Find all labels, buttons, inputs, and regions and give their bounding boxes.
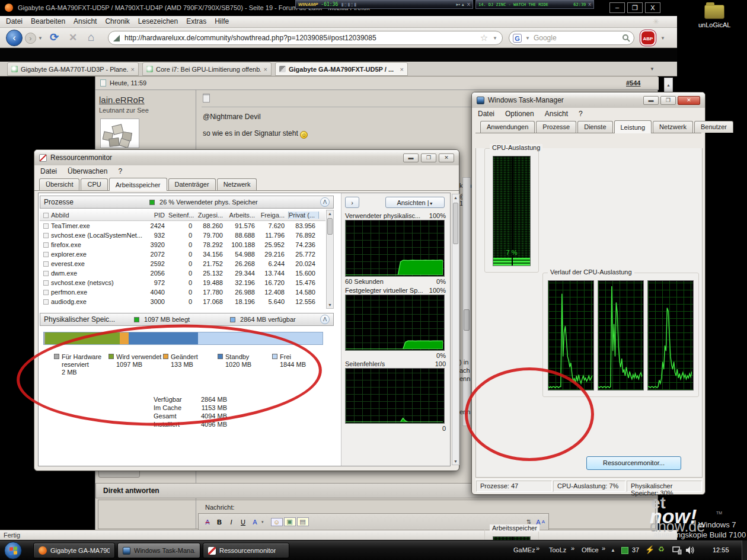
table-row[interactable]: dwm.exe 2056 0 25.132 29.344 13.744 15.6… xyxy=(40,268,325,278)
tool带bar-gamez[interactable]: GaMEz xyxy=(513,546,535,553)
col-privat[interactable]: Privat (... xyxy=(288,212,319,219)
row-checkbox[interactable] xyxy=(43,233,49,238)
tray-network-icon[interactable] xyxy=(672,546,682,555)
page-scrollbar-strip[interactable] xyxy=(462,177,471,426)
chevron-icon[interactable]: » xyxy=(602,545,605,552)
search-box[interactable]: G ▼ Google xyxy=(509,31,634,45)
col-seitenf[interactable]: Seitenf... xyxy=(168,212,196,219)
italic-icon[interactable]: I xyxy=(226,519,237,526)
taskman-menu-help[interactable]: ? xyxy=(579,110,583,118)
resmon-menu-help[interactable]: ? xyxy=(118,167,122,175)
select-all-checkbox[interactable] xyxy=(43,213,49,218)
table-row[interactable]: TeaTimer.exe 2424 0 88.260 91.576 7.620 … xyxy=(40,221,325,231)
url-dropdown-caret-icon[interactable]: ▼ xyxy=(493,36,497,41)
tab-anwendungen[interactable]: Anwendungen xyxy=(480,121,535,133)
tray-cpu-meter-icon[interactable] xyxy=(621,547,628,554)
col-arbeitssatz[interactable]: Arbeits... xyxy=(226,212,258,219)
desktop-icon-unlogical[interactable]: unLoGicAL xyxy=(698,5,730,28)
toolbar-toolz[interactable]: TooLz xyxy=(549,546,566,553)
tab-uebersicht[interactable]: Übersicht xyxy=(39,178,79,190)
post-author-link[interactable]: lain.eRRoR xyxy=(99,95,145,105)
show-desktop-button[interactable] xyxy=(742,540,747,560)
taskman-menu-datei[interactable]: Datei xyxy=(478,110,494,118)
chevron-icon[interactable]: » xyxy=(571,545,574,552)
close-button[interactable]: X xyxy=(645,2,660,13)
memory-collapse-chevron-icon[interactable]: ᐱ xyxy=(320,315,330,324)
menu-hilfe[interactable]: Hilfe xyxy=(215,17,229,25)
forward-button[interactable]: › xyxy=(25,33,36,44)
font-size-small-icon[interactable]: A xyxy=(542,519,545,524)
row-checkbox[interactable] xyxy=(43,271,49,276)
avatar[interactable] xyxy=(100,119,139,148)
tab-3-active[interactable]: Gigabyte GA-MA790FXT-UD5P / ... × xyxy=(275,62,408,76)
collapse-chevron-icon[interactable]: ᐱ xyxy=(320,197,330,207)
winamp-controls-icon[interactable]: ▸▪ ▴ xyxy=(456,2,464,7)
taskman-titlebar[interactable]: Windows Task-Manager ▬ ❐ ✕ xyxy=(472,92,705,108)
tray-lightning-icon[interactable]: ⚡ xyxy=(645,545,655,554)
url-text[interactable]: http://hardwareluxx.de/community/showthr… xyxy=(124,34,475,42)
table-row[interactable]: explorer.exe 2072 0 34.156 54.988 29.216… xyxy=(40,249,325,259)
table-row[interactable]: audiodg.exe 3000 0 17.068 18.196 5.640 1… xyxy=(40,297,325,306)
clock[interactable]: 12:55 xyxy=(713,546,729,553)
tab-1-close-icon[interactable]: × xyxy=(131,66,135,73)
back-button[interactable]: ‹ xyxy=(6,30,23,46)
tab-arbeitsspeicher[interactable]: Arbeitsspeicher xyxy=(109,178,167,191)
stop-button[interactable]: ✕ xyxy=(69,31,77,44)
tray-expand-icon[interactable]: ▲ xyxy=(611,548,615,553)
resmon-menu-ueberwachen[interactable]: Überwachen xyxy=(68,167,107,175)
post-number[interactable]: #544 xyxy=(626,79,640,87)
row-checkbox[interactable] xyxy=(43,290,49,295)
row-checkbox[interactable] xyxy=(43,299,49,305)
menu-datei[interactable]: Datei xyxy=(6,17,23,25)
start-button[interactable] xyxy=(4,542,22,559)
row-checkbox[interactable] xyxy=(43,242,49,248)
tray-number[interactable]: 37 xyxy=(632,546,639,553)
toolbar-office[interactable]: Office xyxy=(582,546,599,553)
tab-datentraeger[interactable]: Datenträger xyxy=(168,178,216,190)
chevron-icon[interactable]: » xyxy=(536,545,540,552)
winamp-playlist-close-icon[interactable]: X xyxy=(588,2,591,7)
menu-ansicht[interactable]: Ansicht xyxy=(74,17,97,25)
insert-image-icon[interactable]: ▣ xyxy=(284,517,296,526)
row-checkbox[interactable] xyxy=(43,280,49,286)
home-button[interactable]: ⌂ xyxy=(88,31,94,44)
site-identity-icon[interactable] xyxy=(113,35,120,41)
tray-volume-icon[interactable] xyxy=(685,546,695,555)
winamp-playlist-bar[interactable]: 14. DJ ZINC - WATCH THE RIDE 62:39 X xyxy=(475,0,594,9)
reload-button[interactable]: ⟳ xyxy=(50,31,59,44)
tab-1[interactable]: Gigabyte GA-MA770T-UD3P - Plane... × xyxy=(7,62,139,76)
insert-video-icon[interactable]: ▤ xyxy=(297,517,309,526)
row-checkbox[interactable] xyxy=(43,252,49,257)
table-row[interactable]: svchost.exe (LocalSystemNet... 932 0 79.… xyxy=(40,231,325,240)
col-pid[interactable]: PID xyxy=(145,212,168,219)
col-freigabe[interactable]: Freiga... xyxy=(258,212,288,219)
tab-benutzer[interactable]: Benutzer xyxy=(694,121,733,133)
tab-leistung[interactable]: Leistung xyxy=(614,120,652,133)
bold-icon[interactable]: B xyxy=(214,519,225,526)
processes-section-header[interactable]: Prozesse 26 % Verwendeter phys. Speicher… xyxy=(40,196,334,209)
table-row[interactable]: svchost.exe (netsvcs) 972 0 19.488 32.19… xyxy=(40,278,325,287)
tray-updater-icon[interactable]: ♻ xyxy=(658,545,665,553)
tab-prozesse[interactable]: Prozesse xyxy=(536,121,576,133)
taskman-minimize-button[interactable]: ▬ xyxy=(643,96,659,105)
resmon-minimize-button[interactable]: ▬ xyxy=(403,153,419,162)
tab-3-close-icon[interactable]: × xyxy=(400,66,404,73)
row-checkbox[interactable] xyxy=(43,309,49,309)
menu-bearbeiten[interactable]: Bearbeiten xyxy=(31,17,65,25)
remove-format-icon[interactable]: A xyxy=(202,519,213,526)
main-scrollbar-up[interactable]: ▲ xyxy=(664,78,673,93)
tab-2-close-icon[interactable]: × xyxy=(264,66,267,73)
table-row[interactable]: perfmon.exe 4040 0 17.780 26.988 12.408 … xyxy=(40,287,325,297)
winamp-close-icon[interactable]: X xyxy=(467,2,470,7)
taskbar-button-resmon[interactable]: Ressourcenmonitor xyxy=(203,543,289,558)
open-resmon-button[interactable]: Ressourcenmonitor... xyxy=(586,456,681,470)
search-engine-icon[interactable]: G xyxy=(513,34,522,43)
tab-cpu[interactable]: CPU xyxy=(81,178,107,190)
taskman-menu-ansicht[interactable]: Ansicht xyxy=(545,110,568,118)
taskbar-button-firefox[interactable]: Gigabyte GA-MA790... xyxy=(33,543,115,558)
font-color-icon[interactable]: A xyxy=(250,519,260,526)
process-table-scrollbar[interactable]: ▲ ▼ xyxy=(326,210,334,309)
row-checkbox[interactable] xyxy=(43,261,49,267)
process-table-header[interactable]: Abbild PID Seitenf... Zugesi... Arbeits.… xyxy=(40,210,325,221)
back-history-caret-icon[interactable]: ▼ xyxy=(38,36,43,41)
